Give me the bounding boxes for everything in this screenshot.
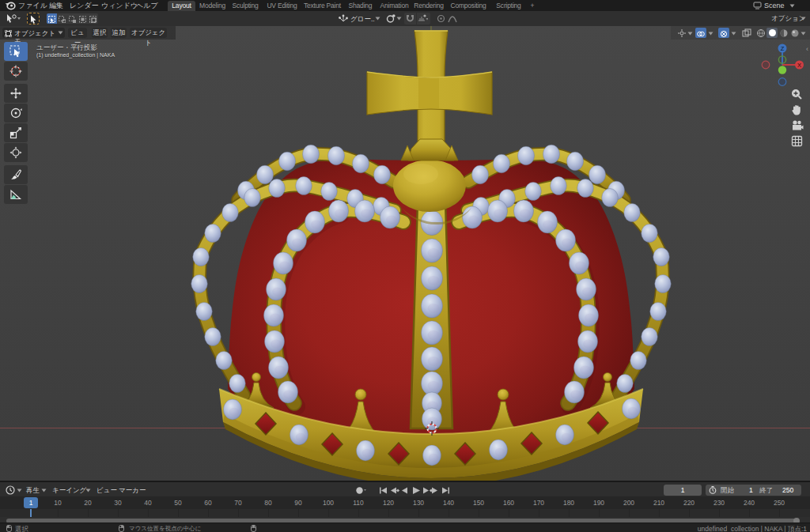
svg-text:X: X bbox=[797, 62, 801, 69]
svg-text:Z: Z bbox=[781, 45, 785, 52]
